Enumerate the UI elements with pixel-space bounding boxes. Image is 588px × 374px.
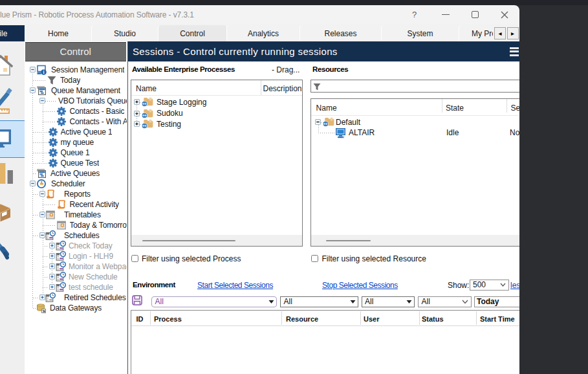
svg-text:i: i bbox=[43, 69, 44, 75]
